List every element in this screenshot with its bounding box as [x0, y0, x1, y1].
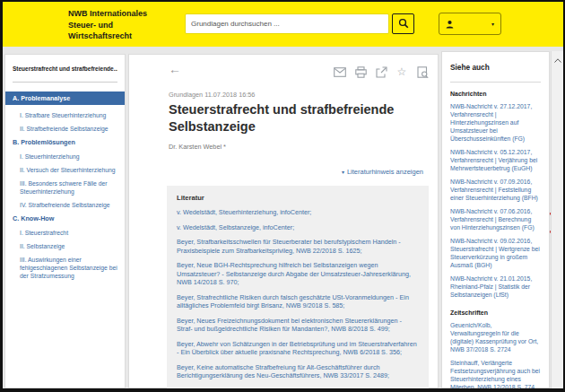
- related-link[interactable]: NWB-Nachricht v. 05.12.2017, Verfahrensr…: [450, 148, 541, 172]
- brand-line: NWB Internationales: [68, 8, 147, 20]
- literatur-link[interactable]: Beyer, Neues Freizeichnungsdokument bei …: [177, 317, 419, 334]
- document-search-icon[interactable]: [416, 65, 429, 78]
- sidebar-item-problemloesungen[interactable]: B. Problemlösungen: [13, 138, 117, 146]
- brand-title: NWB Internationales Steuer- und Wirtscha…: [68, 8, 147, 42]
- document-panel: ← ☆ Grundlagen 11.07.2018 16:56 Steuerst…: [128, 54, 439, 388]
- see-also-heading: Siehe auch: [450, 63, 541, 72]
- chevron-down-icon: ▾: [491, 21, 494, 27]
- literatur-link[interactable]: Beyer, Abwehr von Schätzungen in der Bet…: [177, 340, 419, 357]
- scroll-up-button[interactable]: [552, 51, 563, 65]
- literatur-link[interactable]: v. Wedelstädt, Steuerhinterziehung, info…: [177, 208, 419, 217]
- literaturhinweis-toggle[interactable]: ▾Literaturhinweis anzeigen: [342, 168, 423, 176]
- sidebar-item-know-how[interactable]: C. Know-How: [13, 214, 117, 222]
- divider: [450, 82, 541, 83]
- brand-line: Steuer- und: [68, 20, 147, 31]
- document-author: Dr. Karsten Webel *: [169, 143, 226, 151]
- share-icon[interactable]: [375, 65, 387, 78]
- email-icon[interactable]: [334, 65, 346, 78]
- search-button[interactable]: [392, 13, 414, 34]
- triangle-down-icon: ▾: [342, 170, 344, 175]
- literatur-heading: Literatur: [177, 194, 419, 202]
- app-window: NWB Internationales Steuer- und Wirtscha…: [3, 2, 563, 388]
- sidebar-item-problemanalyse[interactable]: A. Problemanalyse: [5, 91, 125, 105]
- scrollbar[interactable]: [551, 51, 563, 388]
- sidebar-item[interactable]: III. Auswirkungen einer fehlgeschlagenen…: [20, 256, 117, 280]
- related-link[interactable]: Steinhauff, Verlängerte Festsetzungsverj…: [450, 359, 541, 388]
- favorite-star-icon[interactable]: ☆: [396, 65, 408, 78]
- literatur-link[interactable]: Beyer, Strafrechtliche Risiken durch fal…: [177, 293, 419, 310]
- sidebar-item[interactable]: I. Steuerhinterziehung: [20, 152, 117, 161]
- related-link[interactable]: NWB-Nachricht v. 07.06.2016, Verfahrensr…: [450, 207, 541, 231]
- sidebar-item[interactable]: III. Besonders schwere Fälle der Steuerh…: [20, 179, 117, 196]
- sidebar-item[interactable]: I. Strafbare Steuerhinterziehung: [20, 111, 117, 119]
- sidebar-item[interactable]: I. Steuerstrafrecht: [20, 229, 117, 237]
- sidebar-item[interactable]: II. Selbstanzeige: [20, 242, 117, 250]
- literatur-link[interactable]: v. Wedelstädt, Selbstanzeige, infoCenter…: [177, 223, 419, 232]
- search-icon: [398, 16, 409, 32]
- toc-nav: A. Problemanalyse I. Strafbare Steuerhin…: [13, 91, 117, 280]
- toc-sidebar: Steuerstrafrecht und strafbefreiende... …: [4, 54, 126, 388]
- screenshot-frame: NWB Internationales Steuer- und Wirtscha…: [0, 0, 565, 392]
- toggle-label: Literaturhinweis anzeigen: [347, 168, 423, 176]
- literatur-link[interactable]: Beyer, Vorwurf der Steuerhinterziehung b…: [177, 387, 419, 389]
- page-title: Steuerstrafrecht und strafbefreiende Sel…: [169, 101, 429, 135]
- back-arrow-icon[interactable]: ←: [169, 62, 181, 76]
- literatur-box: Literatur v. Wedelstädt, Steuerhinterzie…: [167, 186, 429, 388]
- top-header: NWB Internationales Steuer- und Wirtscha…: [3, 2, 563, 47]
- print-icon[interactable]: [354, 65, 367, 78]
- section-title-nachrichten: Nachrichten: [450, 91, 541, 97]
- related-link[interactable]: NWB-Nachricht v. 09.02.2016, Steuerstraf…: [450, 237, 541, 269]
- sidebar-item[interactable]: II. Strafbefreiende Selbstanzeige: [20, 125, 117, 133]
- document-meta: Grundlagen 11.07.2018 16:56: [169, 91, 255, 99]
- brand-line: Wirtschaftsrecht: [68, 30, 147, 42]
- literatur-link[interactable]: Beyer, Keine automatische Strafbefreiung…: [177, 363, 419, 380]
- sidebar-item[interactable]: IV. Strafbefreiende Selbstanzeige: [20, 201, 117, 209]
- literatur-link[interactable]: Beyer, Neue BGH-Rechtsprechung hilfreich…: [177, 261, 419, 287]
- chevron-up-icon: [554, 50, 561, 66]
- divider: [13, 82, 117, 83]
- search-input[interactable]: [185, 13, 389, 34]
- related-link[interactable]: NWB-Nachricht v. 07.09.2016, Verfahrensr…: [450, 178, 541, 202]
- section-title-zeitschriften: Zeitschriften: [450, 309, 541, 316]
- document-toolbar: ☆: [334, 65, 429, 78]
- sidebar-item[interactable]: II. Versuch der Steuerhinterziehung: [20, 166, 117, 174]
- see-also-sidebar: Siehe auch Nachrichten NWB-Nachricht v. …: [441, 51, 550, 388]
- related-link[interactable]: Geuenich/Kolb, Verwaltungsregeln für die…: [450, 321, 541, 353]
- literatur-link[interactable]: Beyer, Strafbarkeitsschwellen für Steuer…: [177, 238, 419, 255]
- related-link[interactable]: NWB-Nachricht v. 27.12.2017, Verfahrensr…: [450, 102, 541, 143]
- toc-title: Steuerstrafrecht und strafbefreiende...: [13, 65, 117, 72]
- user-menu[interactable]: ▾: [439, 13, 501, 35]
- user-icon: [446, 16, 454, 32]
- related-link[interactable]: NWB-Nachricht v. 21.01.2015, Rheinland-P…: [450, 274, 541, 299]
